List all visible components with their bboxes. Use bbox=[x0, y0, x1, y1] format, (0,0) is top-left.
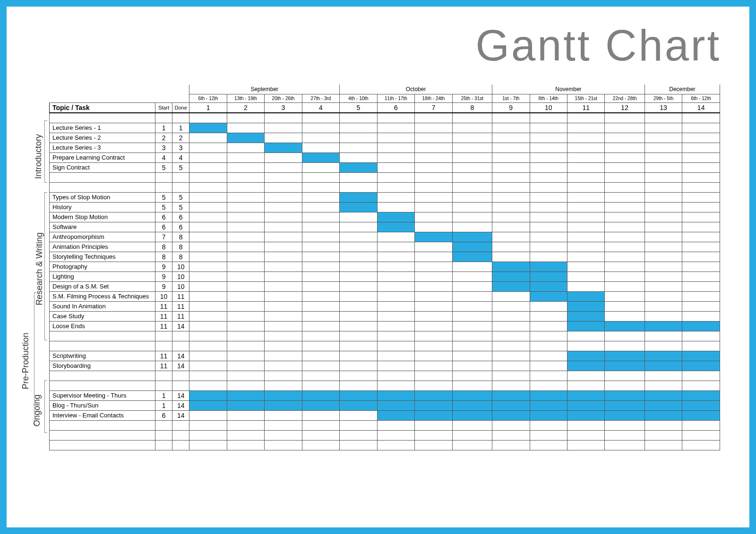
gantt-cell bbox=[567, 321, 604, 331]
gantt-cell bbox=[567, 390, 604, 400]
gantt-cell bbox=[492, 301, 530, 311]
gantt-cell bbox=[567, 351, 604, 361]
month-header-row: SeptemberOctoberNovemberDecember bbox=[50, 85, 720, 94]
gantt-cell bbox=[227, 301, 264, 311]
gantt-cell bbox=[227, 143, 264, 153]
blank-row bbox=[50, 172, 720, 182]
blank-row bbox=[50, 182, 720, 192]
gantt-cell bbox=[189, 123, 227, 133]
gantt-cell bbox=[340, 202, 377, 212]
gantt-cell bbox=[530, 301, 567, 311]
gantt-cell bbox=[530, 252, 567, 262]
gantt-cell bbox=[567, 291, 604, 301]
table-row: Blog - Thurs/Sun114 bbox=[50, 400, 720, 410]
gantt-cell bbox=[227, 351, 264, 361]
gantt-cell bbox=[189, 351, 227, 361]
gantt-cell bbox=[415, 262, 452, 271]
week-number-cell: 9 bbox=[492, 102, 530, 113]
table-row: Scriptwriting1114 bbox=[50, 351, 720, 361]
table-row: Lecture Series - 111 bbox=[50, 123, 720, 133]
gantt-cell bbox=[605, 400, 644, 410]
week-number-cell: 2 bbox=[227, 102, 264, 113]
gantt-cell bbox=[605, 123, 644, 133]
task-name: Supervisor Meeting - Thurs bbox=[50, 390, 155, 400]
gantt-table: SeptemberOctoberNovemberDecember 6th - 1… bbox=[49, 85, 720, 450]
gantt-cell bbox=[227, 222, 264, 232]
table-row: Photography910 bbox=[50, 262, 720, 271]
date-range-cell: 27th - 3rd bbox=[302, 94, 340, 102]
gantt-cell bbox=[682, 192, 720, 202]
gantt-cell bbox=[265, 281, 302, 291]
task-start: 11 bbox=[155, 321, 172, 331]
gantt-cell bbox=[340, 153, 377, 162]
gantt-cell bbox=[227, 262, 264, 271]
gantt-cell bbox=[530, 162, 567, 172]
gantt-cell bbox=[377, 361, 414, 371]
date-range-cell: 8th - 14th bbox=[530, 94, 567, 102]
bracket bbox=[44, 120, 47, 183]
gantt-cell bbox=[605, 301, 644, 311]
gantt-cell bbox=[530, 212, 567, 222]
gantt-cell bbox=[227, 410, 264, 420]
gantt-cell bbox=[415, 222, 452, 232]
gantt-cell bbox=[265, 143, 302, 153]
gantt-cell bbox=[682, 281, 720, 291]
date-range-cell: 22nd - 28th bbox=[605, 94, 644, 102]
gantt-cell bbox=[644, 162, 682, 172]
gantt-cell bbox=[682, 351, 720, 361]
gantt-cell bbox=[340, 390, 377, 400]
month-header: December bbox=[644, 85, 720, 94]
week-number-cell: 1 bbox=[189, 102, 227, 113]
gantt-cell bbox=[340, 311, 377, 321]
section-label: Ongoing bbox=[32, 394, 42, 426]
gantt-cell bbox=[644, 311, 682, 321]
gantt-cell bbox=[227, 123, 264, 133]
gantt-cell bbox=[265, 390, 302, 400]
task-name: Prepare Learning Contract bbox=[50, 153, 155, 162]
gantt-cell bbox=[644, 400, 682, 410]
gantt-cell bbox=[377, 321, 414, 331]
gantt-cell bbox=[265, 361, 302, 371]
gantt-cell bbox=[340, 252, 377, 262]
gantt-cell bbox=[415, 281, 452, 291]
table-row: Modern Stop Motion66 bbox=[50, 212, 720, 222]
gantt-cell bbox=[302, 242, 340, 252]
gantt-cell bbox=[415, 232, 452, 242]
task-name: Storytelling Techniques bbox=[50, 252, 155, 262]
table-row: Types of Stop Motion55 bbox=[50, 192, 720, 202]
gantt-cell bbox=[377, 133, 414, 143]
gantt-cell bbox=[265, 351, 302, 361]
table-row: Prepare Learning Contract44 bbox=[50, 153, 720, 162]
gantt-cell bbox=[415, 410, 452, 420]
task-start: 1 bbox=[155, 400, 172, 410]
gantt-cell bbox=[415, 143, 452, 153]
task-name: Loose Ends bbox=[50, 321, 155, 331]
task-done: 5 bbox=[172, 192, 189, 202]
task-name: Design of a S.M. Set bbox=[50, 281, 155, 291]
gantt-cell bbox=[265, 410, 302, 420]
gantt-cell bbox=[189, 232, 227, 242]
gantt-cell bbox=[567, 252, 604, 262]
gantt-cell bbox=[302, 351, 340, 361]
gantt-cell bbox=[682, 301, 720, 311]
gantt-cell bbox=[605, 281, 644, 291]
task-done: 10 bbox=[172, 262, 189, 271]
task-name: Software bbox=[50, 222, 155, 232]
topic-header: Topic / Task bbox=[50, 102, 155, 113]
task-start: 1 bbox=[155, 390, 172, 400]
gantt-cell bbox=[452, 123, 492, 133]
gantt-cell bbox=[492, 153, 530, 162]
month-header: October bbox=[340, 85, 492, 94]
task-done: 8 bbox=[172, 252, 189, 262]
gantt-cell bbox=[415, 153, 452, 162]
task-done: 11 bbox=[172, 311, 189, 321]
gantt-cell bbox=[265, 162, 302, 172]
gantt-cell bbox=[340, 271, 377, 281]
task-name: Lighting bbox=[50, 271, 155, 281]
gantt-cell bbox=[265, 153, 302, 162]
gantt-cell bbox=[492, 143, 530, 153]
gantt-cell bbox=[492, 133, 530, 143]
bracket bbox=[44, 192, 47, 340]
table-row: Lighting910 bbox=[50, 271, 720, 281]
gantt-cell bbox=[452, 321, 492, 331]
